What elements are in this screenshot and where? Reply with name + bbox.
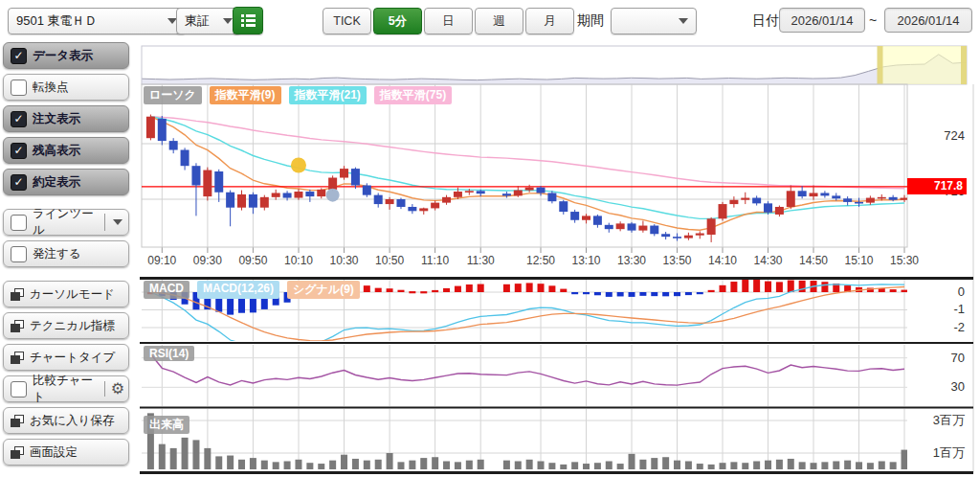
checkbox-checked-icon: ✓ (11, 174, 27, 191)
timeframe-week-button[interactable]: 週 (475, 8, 523, 34)
toggle-data-display[interactable]: ✓ データ表示 (3, 42, 129, 69)
x-axis-tick-label: 11:10 (421, 254, 449, 267)
checkbox-icon (11, 381, 27, 398)
navigator-selection (880, 46, 967, 84)
windows-icon (11, 320, 24, 332)
exchange-selector-value: 東証 (185, 12, 210, 30)
checkbox-icon (11, 215, 27, 231)
toggle-order-display[interactable]: ✓ 注文表示 (3, 105, 129, 132)
macd-axis-label-0: 0 (898, 284, 965, 300)
toggle-execution-display[interactable]: ✓ 約定表示 (3, 169, 129, 195)
rsi-axis-label-70: 70 (898, 351, 965, 366)
chart-type-button[interactable]: チャートタイプ (3, 344, 129, 371)
technical-indicator-button[interactable]: テクニカル指標 (3, 312, 129, 339)
checkbox-checked-icon: ✓ (11, 48, 27, 64)
stock-selector[interactable]: 9501 東電ＨＤ (8, 8, 186, 34)
windows-icon (11, 446, 24, 459)
screen-settings-button[interactable]: 画面設定 (3, 439, 129, 466)
toggle-balance-display[interactable]: ✓ 残高表示 (3, 137, 129, 164)
execution-marker (326, 189, 340, 202)
x-axis-tick-label: 09:50 (238, 254, 267, 267)
timeframe-group: TICK 5分 日 週 月 (323, 8, 576, 34)
macd-axis-label-m2: -2 (898, 320, 965, 335)
date-label: 日付 (752, 12, 779, 30)
stock-selector-value: 9501 東電ＨＤ (16, 12, 98, 30)
macd-axis-label-m1: -1 (898, 302, 965, 317)
toggle-turning-point[interactable]: 転換点 (3, 74, 129, 101)
date-tilde: ~ (869, 12, 877, 28)
x-axis-tick-label: 14:10 (708, 254, 737, 267)
windows-icon (11, 288, 24, 301)
period-label: 期間 (577, 12, 604, 30)
x-axis-tick-label: 09:10 (147, 254, 176, 267)
x-axis-tick-label: 13:30 (617, 254, 646, 267)
chart-canvas[interactable]: 09:1009:3009:5010:1010:3010:5011:1011:30… (136, 42, 980, 477)
toggle-line-tool[interactable]: ラインツール (3, 209, 129, 236)
checkbox-checked-icon: ✓ (11, 143, 27, 159)
price-axis-label-724: 724 (898, 128, 965, 144)
x-axis-tick-label: 15:10 (845, 254, 874, 267)
date-to-input[interactable]: 2026/01/14 (884, 8, 972, 33)
x-axis-tick-label: 15:30 (890, 254, 919, 267)
x-axis-tick-label: 10:10 (284, 254, 313, 267)
timeframe-day-button[interactable]: 日 (424, 8, 473, 34)
rsi-axis-label-30: 30 (898, 379, 965, 395)
current-price-badge: 717.8 (907, 178, 967, 194)
checkbox-icon (11, 246, 27, 262)
volume-axis-label-3m: 3百万 (898, 413, 965, 428)
windows-icon (11, 352, 24, 364)
chart-area: 09:1009:3009:5010:1010:3010:5011:1011:30… (136, 42, 980, 477)
sidebar: ✓ データ表示 転換点 ✓ 注文表示 ✓ 残高表示 ✓ 約定表示 ラインツール … (0, 42, 136, 477)
list-icon (241, 14, 256, 27)
timeframe-tick-button[interactable]: TICK (323, 8, 371, 34)
x-axis-tick-label: 10:30 (330, 254, 359, 267)
top-toolbar: 9501 東電ＨＤ 東証 TICK 5分 日 週 月 期間 日付 2026/01… (0, 0, 980, 42)
order-marker (291, 157, 306, 172)
toggle-compare-chart[interactable]: 比較チャート ⚙ (3, 375, 129, 402)
timeframe-5min-button[interactable]: 5分 (373, 8, 422, 34)
volume-axis-label-1m: 1百万 (898, 445, 965, 461)
chevron-down-icon (223, 18, 233, 24)
gear-icon[interactable]: ⚙ (104, 381, 124, 397)
symbol-list-button[interactable] (233, 7, 263, 34)
toggle-place-order[interactable]: 発注する (3, 240, 129, 267)
date-from-input[interactable]: 2026/01/14 (779, 8, 865, 33)
cursor-mode-button[interactable]: カーソルモード (3, 281, 129, 307)
exchange-selector[interactable]: 東証 (176, 8, 241, 34)
x-axis-tick-label: 13:50 (663, 254, 692, 267)
checkbox-checked-icon: ✓ (11, 111, 27, 127)
x-axis-tick-label: 11:30 (467, 254, 495, 267)
x-axis-tick-label: 10:50 (375, 254, 404, 267)
x-axis-tick-label: 14:30 (754, 254, 783, 267)
windows-icon (11, 415, 24, 427)
x-axis-tick-label: 09:30 (193, 254, 222, 267)
checkbox-icon (11, 80, 27, 96)
chevron-down-icon (679, 18, 688, 24)
chevron-down-icon[interactable] (104, 214, 124, 231)
x-axis-tick-label: 14:50 (799, 254, 828, 267)
favorite-save-button[interactable]: お気に入り保存 (3, 407, 129, 434)
timeframe-month-button[interactable]: 月 (525, 8, 574, 34)
x-axis-tick-label: 13:10 (572, 254, 601, 267)
period-selector[interactable] (611, 8, 697, 34)
x-axis-tick-label: 12:50 (526, 254, 555, 267)
